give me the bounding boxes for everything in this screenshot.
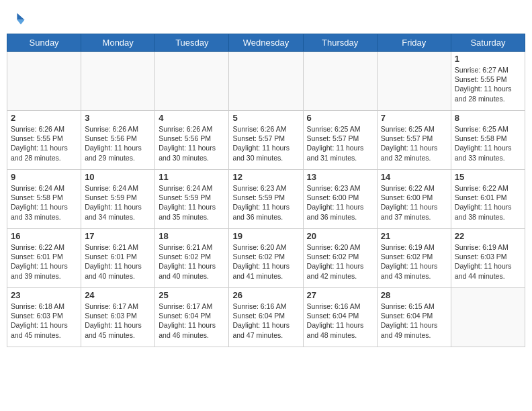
day-info: Sunrise: 6:23 AM Sunset: 5:59 PM Dayligh… <box>232 183 299 222</box>
calendar-day-cell <box>451 288 525 347</box>
day-info: Sunrise: 6:24 AM Sunset: 5:58 PM Dayligh… <box>11 183 77 222</box>
day-of-week-header: Tuesday <box>155 34 229 52</box>
calendar-day-cell: 10Sunrise: 6:24 AM Sunset: 5:59 PM Dayli… <box>81 170 155 229</box>
day-number: 10 <box>85 172 151 182</box>
calendar-day-cell: 7Sunrise: 6:25 AM Sunset: 5:57 PM Daylig… <box>377 111 451 170</box>
calendar-day-cell <box>7 52 81 111</box>
day-info: Sunrise: 6:26 AM Sunset: 5:55 PM Dayligh… <box>11 124 77 163</box>
page-header <box>7 7 525 28</box>
calendar-week-row: 1Sunrise: 6:27 AM Sunset: 5:55 PM Daylig… <box>7 52 525 111</box>
day-number: 22 <box>455 231 521 241</box>
day-of-week-header: Wednesday <box>229 34 303 52</box>
day-of-week-header: Monday <box>81 34 155 52</box>
day-number: 19 <box>232 231 299 241</box>
calendar-day-cell: 28Sunrise: 6:15 AM Sunset: 6:04 PM Dayli… <box>377 288 451 347</box>
calendar-day-cell <box>155 52 229 111</box>
day-info: Sunrise: 6:25 AM Sunset: 5:57 PM Dayligh… <box>381 124 447 163</box>
calendar-day-cell: 14Sunrise: 6:22 AM Sunset: 6:00 PM Dayli… <box>377 170 451 229</box>
day-info: Sunrise: 6:17 AM Sunset: 6:04 PM Dayligh… <box>159 302 225 340</box>
day-number: 11 <box>159 172 225 182</box>
calendar-day-cell: 2Sunrise: 6:26 AM Sunset: 5:55 PM Daylig… <box>7 111 81 170</box>
day-number: 26 <box>232 290 299 300</box>
day-info: Sunrise: 6:19 AM Sunset: 6:03 PM Dayligh… <box>455 242 521 281</box>
day-number: 14 <box>381 172 447 182</box>
day-info: Sunrise: 6:26 AM Sunset: 5:56 PM Dayligh… <box>159 124 225 163</box>
calendar-day-cell: 24Sunrise: 6:17 AM Sunset: 6:03 PM Dayli… <box>81 288 155 347</box>
calendar-day-cell: 19Sunrise: 6:20 AM Sunset: 6:02 PM Dayli… <box>229 229 303 288</box>
day-number: 28 <box>381 290 447 300</box>
day-info: Sunrise: 6:26 AM Sunset: 5:56 PM Dayligh… <box>85 124 151 163</box>
day-info: Sunrise: 6:22 AM Sunset: 6:01 PM Dayligh… <box>11 242 77 281</box>
logo-icon <box>7 9 26 28</box>
day-info: Sunrise: 6:20 AM Sunset: 6:02 PM Dayligh… <box>232 242 299 281</box>
day-number: 7 <box>381 113 447 123</box>
day-number: 13 <box>307 172 373 182</box>
calendar-day-cell: 5Sunrise: 6:26 AM Sunset: 5:57 PM Daylig… <box>229 111 303 170</box>
calendar-day-cell: 20Sunrise: 6:20 AM Sunset: 6:02 PM Dayli… <box>303 229 377 288</box>
day-number: 27 <box>307 290 373 300</box>
calendar-day-cell: 13Sunrise: 6:23 AM Sunset: 6:00 PM Dayli… <box>303 170 377 229</box>
day-info: Sunrise: 6:24 AM Sunset: 5:59 PM Dayligh… <box>85 183 151 222</box>
day-number: 21 <box>381 231 447 241</box>
calendar-week-row: 2Sunrise: 6:26 AM Sunset: 5:55 PM Daylig… <box>7 111 525 170</box>
calendar-day-cell: 4Sunrise: 6:26 AM Sunset: 5:56 PM Daylig… <box>155 111 229 170</box>
calendar-day-cell: 16Sunrise: 6:22 AM Sunset: 6:01 PM Dayli… <box>7 229 81 288</box>
day-info: Sunrise: 6:16 AM Sunset: 6:04 PM Dayligh… <box>307 302 373 340</box>
logo <box>7 9 27 28</box>
calendar-day-cell: 21Sunrise: 6:19 AM Sunset: 6:02 PM Dayli… <box>377 229 451 288</box>
calendar-day-cell: 25Sunrise: 6:17 AM Sunset: 6:04 PM Dayli… <box>155 288 229 347</box>
day-number: 3 <box>85 113 151 123</box>
day-of-week-header: Thursday <box>303 34 377 52</box>
calendar-day-cell: 8Sunrise: 6:25 AM Sunset: 5:58 PM Daylig… <box>451 111 525 170</box>
day-number: 9 <box>11 172 77 182</box>
day-of-week-header: Sunday <box>7 34 81 52</box>
day-info: Sunrise: 6:15 AM Sunset: 6:04 PM Dayligh… <box>381 302 447 340</box>
calendar-day-cell: 17Sunrise: 6:21 AM Sunset: 6:01 PM Dayli… <box>81 229 155 288</box>
day-number: 24 <box>85 290 151 300</box>
day-number: 18 <box>159 231 225 241</box>
calendar-week-row: 23Sunrise: 6:18 AM Sunset: 6:03 PM Dayli… <box>7 288 525 347</box>
day-of-week-header: Friday <box>377 34 451 52</box>
day-number: 16 <box>11 231 77 241</box>
day-info: Sunrise: 6:25 AM Sunset: 5:58 PM Dayligh… <box>455 124 521 163</box>
day-number: 20 <box>307 231 373 241</box>
day-info: Sunrise: 6:20 AM Sunset: 6:02 PM Dayligh… <box>307 242 373 281</box>
day-number: 8 <box>455 113 521 123</box>
calendar-day-cell: 12Sunrise: 6:23 AM Sunset: 5:59 PM Dayli… <box>229 170 303 229</box>
day-info: Sunrise: 6:22 AM Sunset: 6:01 PM Dayligh… <box>455 183 521 222</box>
day-number: 12 <box>232 172 299 182</box>
day-info: Sunrise: 6:23 AM Sunset: 6:00 PM Dayligh… <box>307 183 373 222</box>
day-info: Sunrise: 6:16 AM Sunset: 6:04 PM Dayligh… <box>232 302 299 340</box>
calendar-week-row: 16Sunrise: 6:22 AM Sunset: 6:01 PM Dayli… <box>7 229 525 288</box>
day-info: Sunrise: 6:21 AM Sunset: 6:02 PM Dayligh… <box>159 242 225 281</box>
day-number: 4 <box>159 113 225 123</box>
calendar-day-cell: 18Sunrise: 6:21 AM Sunset: 6:02 PM Dayli… <box>155 229 229 288</box>
day-info: Sunrise: 6:25 AM Sunset: 5:57 PM Dayligh… <box>307 124 373 163</box>
calendar-day-cell: 27Sunrise: 6:16 AM Sunset: 6:04 PM Dayli… <box>303 288 377 347</box>
calendar-day-cell: 11Sunrise: 6:24 AM Sunset: 5:59 PM Dayli… <box>155 170 229 229</box>
calendar-day-cell <box>377 52 451 111</box>
day-info: Sunrise: 6:24 AM Sunset: 5:59 PM Dayligh… <box>159 183 225 222</box>
calendar-day-cell: 15Sunrise: 6:22 AM Sunset: 6:01 PM Dayli… <box>451 170 525 229</box>
calendar-day-cell <box>81 52 155 111</box>
calendar-day-cell: 22Sunrise: 6:19 AM Sunset: 6:03 PM Dayli… <box>451 229 525 288</box>
day-info: Sunrise: 6:18 AM Sunset: 6:03 PM Dayligh… <box>11 302 77 340</box>
day-number: 23 <box>11 290 77 300</box>
day-info: Sunrise: 6:19 AM Sunset: 6:02 PM Dayligh… <box>381 242 447 281</box>
day-number: 1 <box>455 54 521 64</box>
day-info: Sunrise: 6:21 AM Sunset: 6:01 PM Dayligh… <box>85 242 151 281</box>
day-number: 2 <box>11 113 77 123</box>
day-number: 17 <box>85 231 151 241</box>
calendar-table: SundayMondayTuesdayWednesdayThursdayFrid… <box>7 34 525 347</box>
calendar-day-cell: 9Sunrise: 6:24 AM Sunset: 5:58 PM Daylig… <box>7 170 81 229</box>
day-info: Sunrise: 6:26 AM Sunset: 5:57 PM Dayligh… <box>232 124 299 163</box>
calendar-day-cell <box>229 52 303 111</box>
calendar-week-row: 9Sunrise: 6:24 AM Sunset: 5:58 PM Daylig… <box>7 170 525 229</box>
calendar-day-cell: 3Sunrise: 6:26 AM Sunset: 5:56 PM Daylig… <box>81 111 155 170</box>
day-number: 25 <box>159 290 225 300</box>
calendar-day-cell <box>303 52 377 111</box>
day-info: Sunrise: 6:17 AM Sunset: 6:03 PM Dayligh… <box>85 302 151 340</box>
day-of-week-header: Saturday <box>451 34 525 52</box>
day-number: 5 <box>232 113 299 123</box>
calendar-day-cell: 23Sunrise: 6:18 AM Sunset: 6:03 PM Dayli… <box>7 288 81 347</box>
